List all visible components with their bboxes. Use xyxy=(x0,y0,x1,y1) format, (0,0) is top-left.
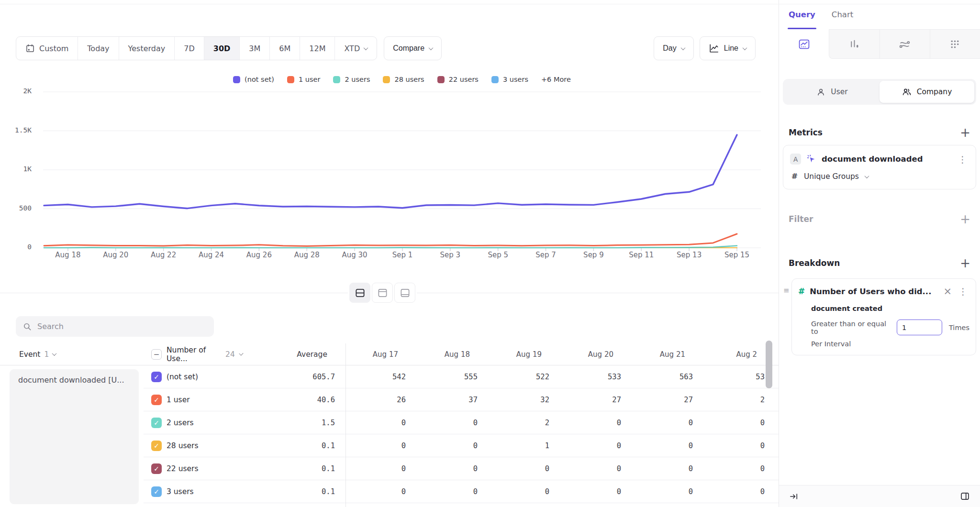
row-checkbox[interactable]: ✓ xyxy=(151,486,162,497)
toggle-company-label: Company xyxy=(917,88,952,96)
chart-tab-flow-chart[interactable] xyxy=(880,29,930,59)
date-column-header[interactable]: Aug 19 xyxy=(481,350,553,359)
x-tick-label: Sep 9 xyxy=(583,251,604,259)
row-value: 0 xyxy=(345,464,417,473)
range-12m[interactable]: 12M xyxy=(300,37,334,60)
tab-query[interactable]: Query xyxy=(789,0,815,29)
range-3m[interactable]: 3M xyxy=(239,37,269,60)
legend-label: 3 users xyxy=(503,76,528,83)
range-30d[interactable]: 30D xyxy=(204,37,240,60)
chart-legend: (not set)1 user2 users28 users22 users3 … xyxy=(43,76,761,83)
legend-item[interactable]: (not set) xyxy=(233,76,274,83)
row-label: 28 users xyxy=(167,441,250,450)
metric-event-name[interactable]: document downloaded xyxy=(822,154,951,164)
breakdown-kebab-icon[interactable]: ⋮ xyxy=(957,286,969,297)
event-column-header[interactable]: Event 1 xyxy=(0,350,144,359)
row-value: 542 xyxy=(345,373,417,381)
search-box[interactable] xyxy=(16,316,214,337)
layout-split-button[interactable] xyxy=(349,283,370,303)
row-checkbox[interactable]: ✓ xyxy=(151,441,162,451)
column-divider xyxy=(345,343,346,507)
add-breakdown-button[interactable]: + xyxy=(960,258,970,268)
vertical-scrollbar[interactable] xyxy=(766,341,772,388)
add-filter-button[interactable]: + xyxy=(960,214,970,224)
row-value: 0 xyxy=(704,464,776,473)
date-column-header[interactable]: Aug 21 xyxy=(625,350,697,359)
legend-item[interactable]: 3 users xyxy=(491,76,528,83)
close-icon[interactable]: × xyxy=(943,287,952,296)
average-header[interactable]: Average xyxy=(243,350,327,359)
compare-button[interactable]: Compare xyxy=(384,36,442,60)
row-value: 0 xyxy=(633,419,704,427)
legend-item[interactable]: 28 users xyxy=(383,76,424,83)
y-tick-label: 1.5K xyxy=(15,126,32,134)
legend-item[interactable]: 22 users xyxy=(437,76,479,83)
legend-more[interactable]: +6 More xyxy=(541,76,571,83)
date-column-header[interactable]: Aug 18 xyxy=(410,350,481,359)
chart-tab-grid-chart[interactable] xyxy=(930,29,980,59)
app: CustomTodayYesterday7D30D3M6M12MXTD Comp… xyxy=(0,0,980,507)
legend-item[interactable]: 1 user xyxy=(287,76,320,83)
metric-letter-badge: A xyxy=(790,154,801,165)
breakdown-title: Breakdown xyxy=(789,258,840,268)
tab-chart[interactable]: Chart xyxy=(832,0,853,29)
collapse-panel-icon[interactable] xyxy=(789,492,799,501)
row-checkbox[interactable]: ✓ xyxy=(151,418,162,428)
breakdown-unit-label: Times xyxy=(949,324,969,331)
range-custom[interactable]: Custom xyxy=(16,37,78,60)
breakdown-card-title[interactable]: Number of Users who did... xyxy=(810,287,938,296)
range-xtd[interactable]: XTD xyxy=(334,37,377,60)
row-checkbox[interactable]: ✓ xyxy=(151,463,162,474)
range-7d[interactable]: 7D xyxy=(174,37,204,60)
chart-svg[interactable] xyxy=(43,89,761,256)
legend-color-chip xyxy=(287,76,294,83)
date-column-header[interactable]: Aug 17 xyxy=(338,350,410,359)
interval-dropdown[interactable]: Day xyxy=(654,36,693,60)
flow-chart-icon xyxy=(899,38,911,50)
select-all-checkbox[interactable]: − xyxy=(151,349,162,360)
group-header-label[interactable]: Number of Use... xyxy=(167,346,221,363)
chart-tab-bar-chart[interactable] xyxy=(829,29,879,59)
row-value: 0 xyxy=(561,441,633,450)
aggregation-dropdown[interactable]: # Unique Groups xyxy=(790,172,969,181)
legend-item[interactable]: 2 users xyxy=(333,76,370,83)
row-value: 27 xyxy=(561,396,633,404)
range-yesterday[interactable]: Yesterday xyxy=(119,37,175,60)
chart-tab-line-chart[interactable] xyxy=(779,29,829,59)
row-checkbox[interactable]: ✓ xyxy=(151,372,162,382)
drag-handle-icon[interactable]: ≡ xyxy=(783,286,790,295)
times-value-input[interactable] xyxy=(897,320,942,335)
chevron-down-icon xyxy=(364,45,368,50)
range-today[interactable]: Today xyxy=(78,37,118,60)
y-tick-label: 0 xyxy=(27,243,32,251)
chart-type-tabs xyxy=(779,29,980,59)
chart-type-dropdown[interactable]: Line xyxy=(700,36,756,60)
metric-kebab-icon[interactable]: ⋮ xyxy=(956,154,969,165)
event-name-cell[interactable]: document downloaded [U... xyxy=(10,369,139,504)
chevron-down-icon xyxy=(680,45,685,50)
range-6m[interactable]: 6M xyxy=(269,37,300,60)
row-average: 1.5 xyxy=(250,419,335,427)
layout-bottom-button[interactable] xyxy=(394,283,415,303)
bar-chart-icon xyxy=(848,38,860,50)
table-row: ✓22 users0.1000000 xyxy=(144,457,779,480)
panel-layout-icon[interactable] xyxy=(960,491,970,501)
legend-color-chip xyxy=(437,76,445,83)
breakdown-condition[interactable]: Greater than or equal to xyxy=(811,320,891,335)
search-input[interactable] xyxy=(37,322,207,331)
x-tick-label: Aug 30 xyxy=(342,251,368,259)
chevron-down-icon xyxy=(52,351,57,356)
metric-card[interactable]: A document downloaded ⋮ # Unique Groups xyxy=(783,145,976,189)
breakdown-per-interval[interactable]: Per Interval xyxy=(811,340,969,348)
row-value: 32 xyxy=(489,396,561,404)
date-column-header[interactable]: Aug 2 xyxy=(697,350,768,359)
row-checkbox[interactable]: ✓ xyxy=(151,395,162,405)
layout-top-button[interactable] xyxy=(372,283,393,303)
toggle-company[interactable]: Company xyxy=(880,81,974,103)
breakdown-event[interactable]: document created xyxy=(811,305,969,312)
add-metric-button[interactable]: + xyxy=(960,128,970,137)
legend-color-chip xyxy=(333,76,340,83)
toggle-user[interactable]: User xyxy=(785,81,880,103)
date-column-header[interactable]: Aug 20 xyxy=(553,350,625,359)
aggregation-label: Unique Groups xyxy=(804,172,859,181)
